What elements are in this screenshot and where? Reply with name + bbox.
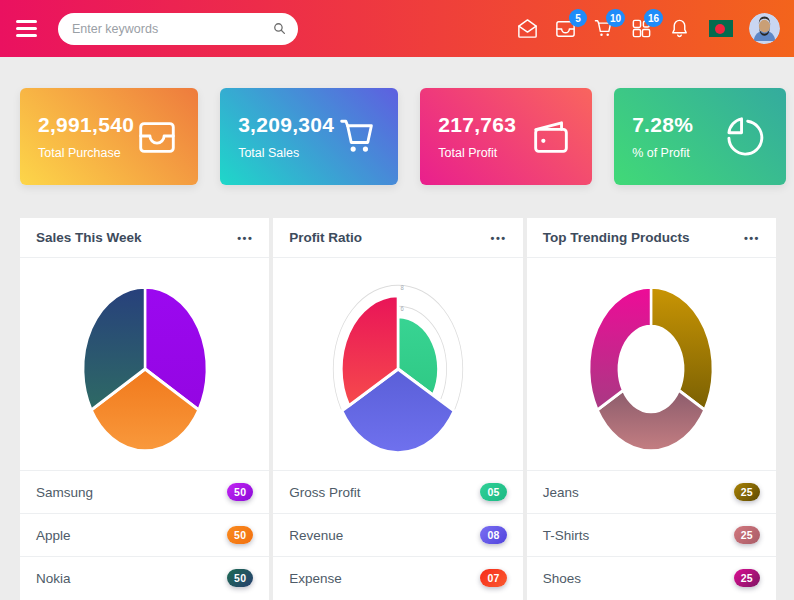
- cart-icon[interactable]: 10: [592, 17, 615, 40]
- list-item: Jeans 25: [527, 470, 776, 513]
- stat-card-total-purchase: 2,991,540 Total Purchase: [20, 88, 198, 185]
- stat-value: 2,991,540: [38, 113, 134, 137]
- hamburger-menu-icon[interactable]: [16, 20, 40, 37]
- list-item-label: Jeans: [543, 485, 579, 500]
- wallet-icon: [528, 114, 574, 160]
- stat-value: 217,763: [438, 113, 516, 137]
- search-bar: [58, 13, 298, 45]
- panel-menu-button[interactable]: •••: [237, 232, 253, 244]
- list-item: Expense 07: [273, 556, 522, 599]
- stat-cards-row: 2,991,540 Total Purchase 3,209,304 Total…: [20, 88, 786, 185]
- panel-title: Top Trending Products: [543, 230, 690, 245]
- panel-top-trending-products: Top Trending Products ••• Jeans 25 T-Shi…: [527, 218, 776, 600]
- stat-card-profit-percent: 7.28% % of Profit: [614, 88, 786, 185]
- inbox-icon[interactable]: 5: [554, 17, 577, 40]
- panel-title: Sales This Week: [36, 230, 142, 245]
- cart-badge: 10: [606, 9, 625, 27]
- value-badge: 25: [734, 483, 760, 501]
- bell-icon[interactable]: [668, 17, 691, 40]
- stat-value: 7.28%: [632, 113, 693, 137]
- shopping-cart-icon: [334, 114, 380, 160]
- header-actions: 5 10 16: [501, 13, 780, 44]
- stat-card-total-sales: 3,209,304 Total Sales: [220, 88, 398, 185]
- mail-open-icon[interactable]: [516, 17, 539, 40]
- panel-sales-this-week: Sales This Week ••• Samsung 50 Apple 50 …: [20, 218, 269, 600]
- stat-label: Total Sales: [238, 146, 334, 160]
- flag-circle: [715, 24, 725, 34]
- value-badge: 08: [480, 526, 506, 544]
- value-badge: 07: [480, 569, 506, 587]
- list-item-label: Shoes: [543, 571, 581, 586]
- profit-polar-chart: 68: [273, 258, 522, 470]
- stat-label: % of Profit: [632, 146, 693, 160]
- list-item: Gross Profit 05: [273, 470, 522, 513]
- stat-label: Total Profit: [438, 146, 516, 160]
- value-badge: 50: [227, 526, 253, 544]
- list-item-label: Nokia: [36, 571, 71, 586]
- svg-text:6: 6: [401, 304, 404, 312]
- stat-card-total-profit: 217,763 Total Profit: [420, 88, 592, 185]
- list-item: Apple 50: [20, 513, 269, 556]
- svg-text:8: 8: [401, 284, 404, 292]
- products-donut-chart: [527, 258, 776, 470]
- panel-menu-button[interactable]: •••: [744, 232, 760, 244]
- list-item-label: Revenue: [289, 528, 343, 543]
- apps-grid-icon[interactable]: 16: [630, 17, 653, 40]
- stat-value: 3,209,304: [238, 113, 334, 137]
- value-badge: 50: [227, 569, 253, 587]
- list-item-label: Gross Profit: [289, 485, 360, 500]
- value-badge: 25: [734, 569, 760, 587]
- chart-panels-row: Sales This Week ••• Samsung 50 Apple 50 …: [20, 218, 776, 600]
- sales-pie-chart: [20, 258, 269, 470]
- archive-box-icon: [134, 114, 180, 160]
- value-badge: 05: [480, 483, 506, 501]
- inbox-badge: 5: [569, 9, 587, 27]
- list-item: Shoes 25: [527, 556, 776, 599]
- list-item: Nokia 50: [20, 556, 269, 599]
- pie-chart-icon: [722, 114, 768, 160]
- list-item-label: T-Shirts: [543, 528, 590, 543]
- list-item-label: Samsung: [36, 485, 93, 500]
- search-icon[interactable]: [271, 20, 288, 37]
- list-item-label: Expense: [289, 571, 342, 586]
- list-item-label: Apple: [36, 528, 71, 543]
- list-item: T-Shirts 25: [527, 513, 776, 556]
- panel-profit-ratio: Profit Ratio ••• 68 Gross Profit 05 Reve…: [273, 218, 522, 600]
- value-badge: 25: [734, 526, 760, 544]
- apps-badge: 16: [644, 9, 663, 27]
- top-header: 5 10 16: [0, 0, 794, 57]
- bangladesh-flag-icon[interactable]: [709, 20, 733, 37]
- stat-label: Total Purchase: [38, 146, 134, 160]
- user-avatar[interactable]: [749, 13, 780, 44]
- value-badge: 50: [227, 483, 253, 501]
- list-item: Revenue 08: [273, 513, 522, 556]
- list-item: Samsung 50: [20, 470, 269, 513]
- panel-title: Profit Ratio: [289, 230, 362, 245]
- search-input[interactable]: [62, 22, 271, 36]
- panel-menu-button[interactable]: •••: [491, 232, 507, 244]
